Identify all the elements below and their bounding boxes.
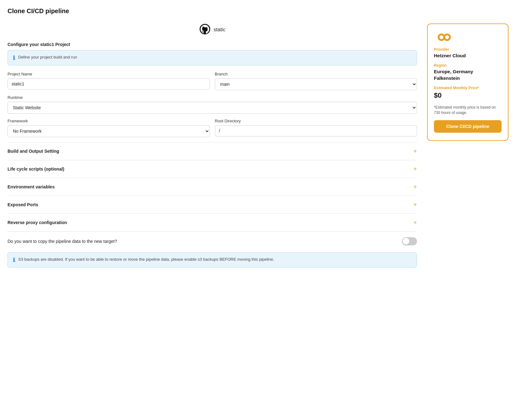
price-note: *Estimated monthly price is based on 730… [434,105,502,115]
branch-select[interactable]: main [215,78,417,90]
accordion-env[interactable]: Environment variables + [8,178,417,196]
branch-label: Branch [215,72,417,76]
accordion-build[interactable]: Build and Output Setting + [8,142,417,160]
provider-label: Provider [434,47,502,52]
info-banner: ℹ Define your project build and run [8,50,417,65]
accordion-env-label: Environment variables [8,184,55,189]
project-name-input[interactable] [8,78,210,90]
accordion-lifecycle[interactable]: Life cycle scripts (optional) + [8,160,417,178]
root-directory-label: Root Directory [215,119,417,123]
toggle-switch[interactable] [402,237,417,245]
configure-label: Configure your static1 Project [8,42,417,47]
toggle-row: Do you want to copy the pipeline data to… [8,232,417,251]
info-icon: ℹ [13,54,15,61]
s3-banner: ℹ S3 backups are disabled. If you want t… [8,252,417,268]
price-label: Estimated Monthly Price* [434,86,502,90]
accordion-lifecycle-icon: + [413,166,417,172]
price-value: $0 [434,91,502,100]
accordions-section: Build and Output Setting + Life cycle sc… [8,142,417,232]
github-icon [199,23,211,36]
accordion-proxy[interactable]: Reverse proxy configuration + [8,213,417,232]
clone-cicd-button[interactable]: Clone CI/CD pipeline [434,120,502,133]
project-name-label: Project Name [8,72,210,76]
sidebar-card: Provider Hetzner Cloud Region Europe, Ge… [427,23,508,141]
hetzner-logo [434,32,502,43]
accordion-env-icon: + [413,184,417,190]
provider-field: Provider Hetzner Cloud [434,47,502,59]
s3-info-icon: ℹ [13,257,15,264]
accordion-build-icon: + [413,148,417,154]
accordion-proxy-icon: + [413,219,417,226]
page-title: Clone CI/CD pipeline [8,8,508,15]
framework-select[interactable]: No Framework [8,125,210,137]
region-value: Europe, GermanyFalkenstein [434,68,502,81]
accordion-build-label: Build and Output Setting [8,149,59,154]
runtime-label: Runtime [8,95,417,100]
framework-label: Framework [8,119,210,123]
region-field: Region Europe, GermanyFalkenstein [434,63,502,81]
region-label: Region [434,63,502,68]
toggle-label: Do you want to copy the pipeline data to… [8,239,117,244]
accordion-ports-icon: + [413,202,417,208]
accordion-ports[interactable]: Exposed Ports + [8,196,417,213]
price-field: Estimated Monthly Price* $0 [434,86,502,100]
repo-name: static [214,27,225,33]
s3-banner-text: S3 backups are disabled. If you want to … [18,256,274,263]
provider-value: Hetzner Cloud [434,52,502,59]
accordion-proxy-label: Reverse proxy configuration [8,220,67,225]
accordion-ports-label: Exposed Ports [8,202,38,207]
accordion-lifecycle-label: Life cycle scripts (optional) [8,166,64,172]
root-directory-input[interactable] [215,125,417,136]
runtime-select[interactable]: Static Website [8,102,417,114]
info-banner-text: Define your project build and run [18,54,77,60]
